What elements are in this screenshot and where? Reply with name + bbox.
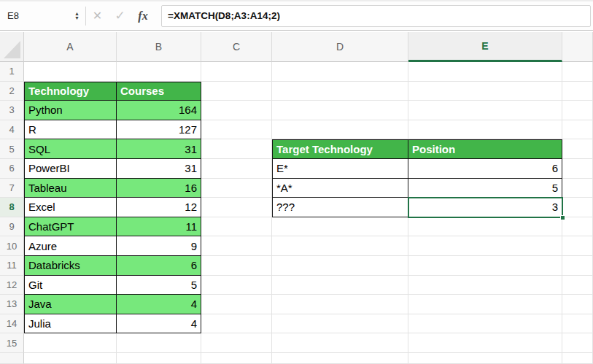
- cell-C14[interactable]: [201, 314, 272, 334]
- cell-D13[interactable]: [272, 295, 408, 314]
- cell-B13[interactable]: 4: [117, 295, 201, 314]
- cell-B16[interactable]: [117, 353, 201, 364]
- cell-C9[interactable]: [201, 217, 272, 237]
- cell-E14[interactable]: [408, 314, 562, 334]
- cell-partial-8[interactable]: [562, 198, 593, 217]
- cell-C1[interactable]: [201, 62, 272, 82]
- cell-partial-15[interactable]: [562, 333, 593, 353]
- cell-partial-10[interactable]: [562, 236, 593, 256]
- cell-A11[interactable]: Databricks: [24, 256, 117, 276]
- cell-A3[interactable]: Python: [24, 101, 117, 120]
- cell-C5[interactable]: [201, 139, 272, 159]
- cell-B6[interactable]: 31: [117, 159, 201, 179]
- cell-D3[interactable]: [272, 101, 408, 120]
- cell-D16[interactable]: [272, 353, 408, 364]
- cell-partial-3[interactable]: [562, 101, 593, 120]
- fx-icon[interactable]: fx: [131, 9, 155, 23]
- cell-partial-5[interactable]: [562, 139, 593, 159]
- row-header-10[interactable]: 10: [0, 236, 24, 256]
- column-header-C[interactable]: C: [201, 32, 272, 62]
- cell-B4[interactable]: 127: [117, 120, 201, 140]
- cell-A14[interactable]: Julia: [24, 314, 117, 334]
- cell-D5[interactable]: Target Technology: [272, 139, 408, 159]
- row-header-9[interactable]: 9: [0, 217, 24, 237]
- cell-D6[interactable]: E*: [272, 159, 408, 179]
- cell-partial-9[interactable]: [562, 217, 593, 237]
- name-box[interactable]: E8 ▲ ▼: [0, 1, 85, 30]
- cell-E9[interactable]: [408, 217, 562, 237]
- cell-E5[interactable]: Position: [408, 139, 562, 159]
- cell-E2[interactable]: [408, 82, 562, 101]
- cell-B14[interactable]: 4: [117, 314, 201, 334]
- row-header-11[interactable]: 11: [0, 256, 24, 276]
- cell-B5[interactable]: 31: [117, 139, 201, 159]
- column-header-E[interactable]: E: [408, 32, 562, 62]
- row-header-13[interactable]: 13: [0, 295, 24, 314]
- row-header-6[interactable]: 6: [0, 159, 24, 179]
- cell-D9[interactable]: [272, 217, 408, 237]
- cell-B3[interactable]: 164: [117, 101, 201, 120]
- cell-partial-4[interactable]: [562, 120, 593, 140]
- row-header-2[interactable]: 2: [0, 82, 24, 101]
- cell-E13[interactable]: [408, 295, 562, 314]
- cell-E16[interactable]: [408, 353, 562, 364]
- row-header-12[interactable]: 12: [0, 276, 24, 295]
- cell-partial-11[interactable]: [562, 256, 593, 276]
- cell-D8[interactable]: ???: [272, 198, 408, 217]
- column-header-partial[interactable]: [562, 32, 593, 62]
- cell-B10[interactable]: 9: [117, 236, 201, 256]
- cell-C15[interactable]: [201, 333, 272, 353]
- cell-A5[interactable]: SQL: [24, 139, 117, 159]
- cell-partial-1[interactable]: [562, 62, 593, 82]
- cell-A1[interactable]: [24, 62, 117, 82]
- cell-A16[interactable]: [24, 353, 117, 364]
- cell-D4[interactable]: [272, 120, 408, 140]
- cancel-icon[interactable]: ✕: [86, 9, 109, 23]
- cell-E4[interactable]: [408, 120, 562, 140]
- cell-B12[interactable]: 5: [117, 276, 201, 295]
- column-header-B[interactable]: B: [117, 32, 201, 62]
- confirm-icon[interactable]: ✓: [109, 8, 131, 23]
- row-header-3[interactable]: 3: [0, 101, 24, 120]
- cell-C13[interactable]: [201, 295, 272, 314]
- cell-D11[interactable]: [272, 256, 408, 276]
- cell-A6[interactable]: PowerBI: [24, 159, 117, 179]
- row-header-8[interactable]: 8: [0, 198, 24, 217]
- cell-E11[interactable]: [408, 256, 562, 276]
- cell-C7[interactable]: [201, 179, 272, 198]
- cell-A13[interactable]: Java: [24, 295, 117, 314]
- cell-B9[interactable]: 11: [117, 217, 201, 237]
- cell-C16[interactable]: [201, 353, 272, 364]
- cell-B1[interactable]: [117, 62, 201, 82]
- cell-A7[interactable]: Tableau: [24, 179, 117, 198]
- row-header-16[interactable]: [0, 353, 24, 364]
- column-header-A[interactable]: A: [24, 32, 117, 62]
- cell-C6[interactable]: [201, 159, 272, 179]
- cell-E12[interactable]: [408, 276, 562, 295]
- select-all-corner[interactable]: [0, 32, 24, 62]
- formula-input[interactable]: =XMATCH(D8;A3:A14;2): [161, 5, 591, 27]
- cell-A9[interactable]: ChatGPT: [24, 217, 117, 237]
- cell-E1[interactable]: [408, 62, 562, 82]
- row-header-7[interactable]: 7: [0, 179, 24, 198]
- cell-E8[interactable]: 3: [408, 198, 562, 217]
- cell-partial-6[interactable]: [562, 159, 593, 179]
- cell-B11[interactable]: 6: [117, 256, 201, 276]
- cell-D2[interactable]: [272, 82, 408, 101]
- cell-A4[interactable]: R: [24, 120, 117, 140]
- row-header-15[interactable]: 15: [0, 333, 24, 353]
- cell-partial-12[interactable]: [562, 276, 593, 295]
- cell-C8[interactable]: [201, 198, 272, 217]
- cell-D7[interactable]: *A*: [272, 179, 408, 198]
- cell-C2[interactable]: [201, 82, 272, 101]
- cell-C11[interactable]: [201, 256, 272, 276]
- cell-D15[interactable]: [272, 333, 408, 353]
- cell-E7[interactable]: 5: [408, 179, 562, 198]
- spinner-down-icon[interactable]: ▼: [74, 16, 80, 20]
- cell-D10[interactable]: [272, 236, 408, 256]
- cell-partial-13[interactable]: [562, 295, 593, 314]
- cell-C10[interactable]: [201, 236, 272, 256]
- row-header-14[interactable]: 14: [0, 314, 24, 334]
- row-header-4[interactable]: 4: [0, 120, 24, 140]
- cell-B8[interactable]: 12: [117, 198, 201, 217]
